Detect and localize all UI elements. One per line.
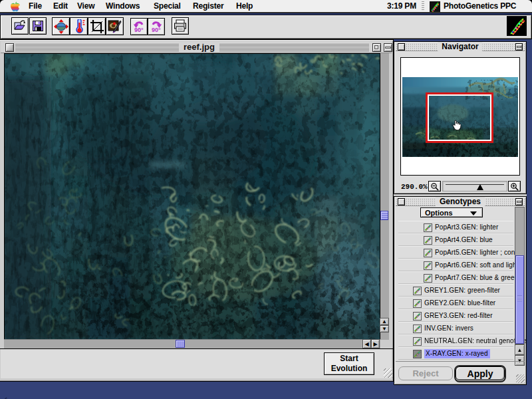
svg-text:90°: 90° xyxy=(134,27,144,33)
svg-text:90°: 90° xyxy=(152,27,161,33)
